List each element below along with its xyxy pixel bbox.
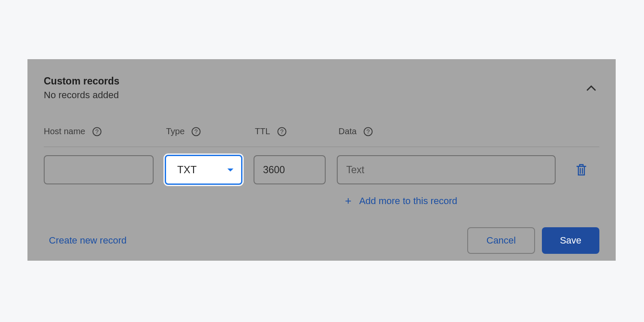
save-button[interactable]: Save: [542, 227, 599, 254]
col-label-type: Type: [166, 126, 184, 136]
col-header-hostname: Host name ?: [44, 126, 166, 136]
dropdown-arrow-icon: [227, 169, 233, 172]
svg-text:?: ?: [95, 128, 99, 135]
help-icon-hostname[interactable]: ?: [92, 127, 102, 136]
type-select[interactable]: TXT: [165, 155, 242, 185]
record-row: TXT: [44, 155, 599, 185]
type-value: TXT: [177, 164, 197, 176]
column-headers: Host name ? Type ? TTL ? Data ?: [44, 126, 599, 147]
hostname-input[interactable]: [44, 155, 154, 184]
create-new-record-link[interactable]: Create new record: [49, 235, 127, 246]
panel-subtitle: No records added: [44, 90, 119, 101]
col-header-ttl: TTL ?: [255, 126, 339, 136]
data-input[interactable]: [337, 155, 556, 184]
help-icon-data[interactable]: ?: [363, 127, 373, 136]
trash-icon: [575, 163, 587, 177]
cancel-button[interactable]: Cancel: [467, 227, 535, 254]
delete-button[interactable]: [573, 160, 590, 179]
help-icon-type[interactable]: ?: [191, 127, 201, 136]
panel-footer: Create new record Cancel Save: [44, 227, 599, 254]
col-label-hostname: Host name: [44, 126, 85, 136]
button-group: Cancel Save: [467, 227, 599, 254]
plus-icon: +: [345, 194, 351, 208]
question-icon: ?: [92, 127, 102, 136]
col-label-ttl: TTL: [255, 126, 270, 136]
header-text: Custom records No records added: [44, 75, 119, 101]
col-header-type: Type ?: [166, 126, 255, 136]
add-more-label: Add more to this record: [359, 196, 457, 207]
svg-text:?: ?: [366, 128, 370, 135]
question-icon: ?: [277, 127, 287, 136]
panel-header: Custom records No records added: [44, 75, 599, 101]
ttl-input[interactable]: [254, 155, 326, 184]
panel-title: Custom records: [44, 75, 119, 87]
custom-records-panel: Custom records No records added Host nam…: [27, 59, 616, 261]
question-icon: ?: [191, 127, 201, 136]
col-header-data: Data ?: [339, 126, 599, 136]
svg-text:?: ?: [194, 128, 198, 135]
add-more-button[interactable]: + Add more to this record: [345, 194, 599, 208]
col-label-data: Data: [339, 126, 357, 136]
chevron-up-icon: [587, 85, 596, 91]
svg-text:?: ?: [280, 128, 284, 135]
collapse-button[interactable]: [583, 81, 599, 96]
question-icon: ?: [363, 127, 373, 136]
help-icon-ttl[interactable]: ?: [277, 127, 287, 136]
